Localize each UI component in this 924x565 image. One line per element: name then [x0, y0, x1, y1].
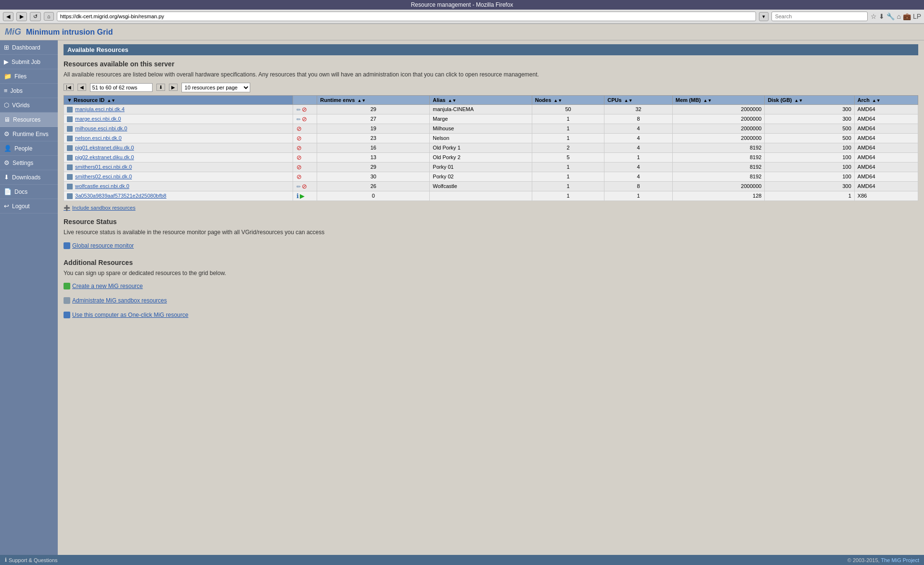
lastpass-icon[interactable]: LP	[913, 13, 921, 20]
stop-icon[interactable]: ⊘	[296, 154, 302, 161]
stop-icon[interactable]: ⊘	[296, 125, 302, 132]
resource-id-link[interactable]: 3a0530a9839aaf573521e2d25080bfb8	[75, 193, 167, 199]
cell-arch: AMD64	[854, 162, 918, 172]
cell-alias: Marge	[430, 114, 532, 124]
resource-id-link[interactable]: pig02.ekstranet.diku.dk.0	[75, 154, 134, 160]
cell-alias: Nelson	[430, 133, 532, 143]
global-monitor-link[interactable]: Global resource monitor	[64, 242, 134, 249]
admin-sandbox-link[interactable]: Administrate MiG sandbox resources	[64, 297, 167, 304]
bookmark-icon[interactable]: ☆	[871, 13, 877, 20]
cell-cpus: 4	[604, 162, 672, 172]
search-input[interactable]	[771, 12, 868, 21]
resource-id-link[interactable]: nelson.esci.nbi.dk.0	[75, 135, 122, 141]
sidebar-item-settings[interactable]: ⚙ Settings	[0, 156, 58, 170]
page-range-input[interactable]	[90, 83, 153, 92]
edit-icon[interactable]: ✏	[296, 184, 301, 190]
cell-actions: ℹ▶	[293, 191, 317, 201]
monitor-icon	[64, 242, 70, 249]
cell-arch: AMD64	[854, 114, 918, 124]
sandbox-link[interactable]: ➕ Include sandbox resources	[64, 205, 135, 211]
download-icon[interactable]: ⬇	[879, 13, 885, 20]
sidebar-item-vgrids[interactable]: ⬡ VGrids	[0, 98, 58, 113]
resource-id-link[interactable]: wolfcastle.esci.nbi.dk.0	[75, 183, 129, 189]
cell-runtime-envs: 13	[317, 152, 430, 162]
resource-id-link[interactable]: manjula.esci.nbi.dk.4	[75, 106, 125, 112]
home2-icon[interactable]: ⌂	[897, 13, 900, 20]
cell-resource-id: pig02.ekstranet.diku.dk.0	[64, 152, 293, 162]
cell-actions: ⊘	[293, 162, 317, 172]
oneclick-link-container: Use this computer as One-click MiG resou…	[64, 310, 918, 320]
plus-icon: ➕	[64, 205, 70, 211]
per-page-select[interactable]: 5 resources per page 10 resources per pa…	[181, 83, 250, 92]
project-link[interactable]: The MiG Project	[881, 557, 919, 563]
url-bar[interactable]	[57, 12, 757, 21]
stop-icon[interactable]: ⊘	[302, 115, 307, 123]
edit-icon[interactable]: ✏	[296, 107, 301, 113]
stop-icon[interactable]: ⊘	[296, 173, 302, 180]
cell-resource-id: pig01.ekstranet.diku.dk.0	[64, 143, 293, 152]
first-page-button[interactable]: |◀	[64, 84, 74, 91]
back-button[interactable]: ◀	[3, 12, 13, 21]
stop-icon[interactable]: ⊘	[296, 135, 302, 142]
reload-button[interactable]: ↺	[30, 12, 41, 21]
sidebar-item-downloads[interactable]: ⬇ Downloads	[0, 170, 58, 185]
col-header-resource-id[interactable]: ▼ Resource ID ▲▼	[64, 95, 293, 104]
sidebar-item-logout[interactable]: ↩ Logout	[0, 199, 58, 213]
sidebar-item-files[interactable]: 📁 Files	[0, 69, 58, 84]
global-monitor-text: Global resource monitor	[72, 242, 134, 249]
stop-icon[interactable]: ⊘	[296, 144, 302, 151]
col-header-cpus[interactable]: CPUs ▲▼	[604, 95, 672, 104]
go-icon[interactable]: ▶	[300, 192, 305, 200]
sort-icon-cpus: ▲▼	[624, 98, 633, 103]
sidebar-item-docs[interactable]: 📄 Docs	[0, 185, 58, 199]
forward-button[interactable]: ▶	[16, 12, 27, 21]
cell-runtime-envs: 26	[317, 181, 430, 191]
col-header-disk[interactable]: Disk (GB) ▲▼	[765, 95, 854, 104]
col-header-arch[interactable]: Arch ▲▼	[854, 95, 918, 104]
col-header-mem[interactable]: Mem (MB) ▲▼	[672, 95, 765, 104]
create-resource-link[interactable]: Create a new MiG resource	[64, 283, 143, 289]
resource-id-link[interactable]: smithers02.esci.nbi.dk.0	[75, 174, 132, 179]
edit-icon[interactable]: ✏	[296, 116, 301, 123]
sidebar-item-runtime-envs[interactable]: ⚙ Runtime Envs	[0, 127, 58, 141]
sidebar-item-dashboard[interactable]: ⊞ Dashboard	[0, 40, 58, 55]
sidebar-item-people[interactable]: 👤 People	[0, 141, 58, 156]
submit-job-icon: ▶	[4, 58, 9, 65]
next-page-button[interactable]: ▶	[169, 84, 178, 91]
cell-nodes: 2	[532, 143, 604, 152]
cell-cpus: 1	[604, 152, 672, 162]
col-header-runtime-envs[interactable]: Runtime envs ▲▼	[317, 95, 430, 104]
oneclick-link[interactable]: Use this computer as One-click MiG resou…	[64, 312, 188, 318]
home-button[interactable]: ⌂	[44, 12, 54, 21]
refresh-button[interactable]: ▾	[759, 12, 769, 21]
sidebar-item-resources[interactable]: 🖥 Resources	[0, 113, 58, 127]
sidebar-label-dashboard: Dashboard	[12, 44, 40, 51]
resource-id-link[interactable]: marge.esci.nbi.dk.0	[75, 116, 121, 122]
resource-id-link[interactable]: pig01.ekstranet.diku.dk.0	[75, 145, 134, 151]
stop-icon[interactable]: ⊘	[302, 183, 307, 190]
col-header-nodes[interactable]: Nodes ▲▼	[532, 95, 604, 104]
logout-icon: ↩	[4, 202, 9, 210]
cell-mem: 2000000	[672, 181, 765, 191]
stop-icon[interactable]: ⊘	[296, 163, 302, 171]
cell-disk: 100	[765, 172, 854, 181]
sidebar-item-jobs[interactable]: ≡ Jobs	[0, 84, 58, 98]
info-icon[interactable]: ℹ	[296, 192, 299, 200]
sidebar-label-settings: Settings	[13, 160, 33, 166]
stop-icon[interactable]: ⊘	[302, 106, 307, 113]
sidebar-item-submit-job[interactable]: ▶ Submit Job	[0, 55, 58, 69]
col-header-alias[interactable]: Alias ▲▼	[430, 95, 532, 104]
cell-alias	[430, 191, 532, 201]
prev-page-button[interactable]: ◀	[77, 84, 86, 91]
support-link[interactable]: ℹ Support & Questions	[5, 557, 58, 563]
people-icon: 👤	[4, 145, 12, 152]
jobs-icon: ≡	[4, 87, 8, 94]
files-icon: 📁	[4, 73, 12, 80]
tools-icon[interactable]: 🔧	[886, 13, 895, 20]
resource-id-link[interactable]: smithers01.esci.nbi.dk.0	[75, 164, 132, 170]
title-bar: Resource management - Mozilla Firefox	[0, 0, 924, 10]
suitcase-icon[interactable]: 💼	[903, 13, 911, 20]
sidebar-label-docs: Docs	[14, 188, 27, 195]
export-button[interactable]: ⬇	[156, 84, 165, 91]
resource-id-link[interactable]: milhouse.esci.nbi.dk.0	[75, 126, 127, 131]
